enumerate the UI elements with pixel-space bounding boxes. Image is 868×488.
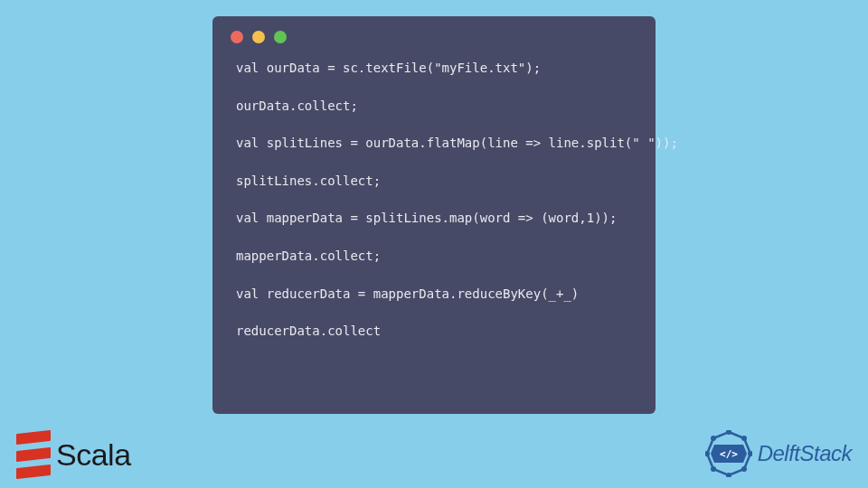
code-line: val mapperData = splitLines.map(word => … (236, 210, 632, 228)
svg-point-7 (705, 451, 710, 456)
delftstack-logo-text: DelftStack (758, 441, 852, 466)
code-line: val reducerData = mapperData.reduceByKey… (236, 286, 632, 304)
svg-point-3 (748, 451, 752, 456)
code-window: val ourData = sc.textFile("myFile.txt");… (212, 16, 656, 414)
svg-point-6 (711, 466, 716, 472)
svg-point-5 (726, 473, 731, 477)
delftstack-icon: </> (705, 430, 752, 477)
code-line: ourData.collect; (236, 98, 632, 116)
svg-point-2 (741, 436, 747, 441)
delftstack-logo: </> DelftStack (705, 430, 852, 477)
code-content: val ourData = sc.textFile("myFile.txt");… (212, 47, 656, 353)
window-controls (212, 16, 656, 47)
code-line: reducerData.collect (236, 323, 632, 341)
svg-point-4 (741, 466, 747, 472)
scala-logo-text: Scala (56, 437, 131, 473)
minimize-icon (252, 31, 265, 43)
svg-point-1 (726, 430, 731, 435)
code-line: val ourData = sc.textFile("myFile.txt"); (236, 60, 632, 78)
close-icon (231, 31, 243, 43)
code-line: val splitLines = ourData.flatMap(line =>… (236, 135, 632, 153)
code-line: splitLines.collect; (236, 173, 632, 191)
scala-logo: Scala (16, 432, 131, 477)
code-line: mapperData.collect; (236, 248, 632, 266)
maximize-icon (274, 31, 287, 43)
svg-text:</>: </> (720, 448, 738, 460)
scala-icon (16, 432, 51, 477)
svg-point-8 (711, 436, 716, 441)
